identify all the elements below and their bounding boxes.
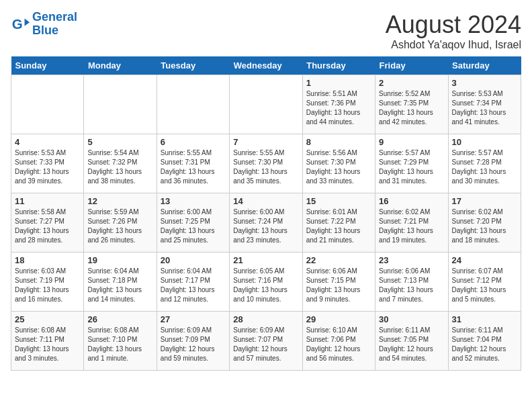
day-info: Sunrise: 5:54 AM Sunset: 7:32 PM Dayligh… bbox=[87, 148, 152, 186]
day-info: Sunrise: 6:00 AM Sunset: 7:25 PM Dayligh… bbox=[161, 208, 226, 245]
day-info: Sunrise: 5:52 AM Sunset: 7:35 PM Dayligh… bbox=[379, 89, 444, 127]
logo-line2: Blue bbox=[32, 24, 58, 37]
calendar-cell: 4Sunrise: 5:53 AM Sunset: 7:33 PM Daylig… bbox=[11, 134, 84, 193]
calendar-week-3: 11Sunrise: 5:58 AM Sunset: 7:27 PM Dayli… bbox=[11, 193, 521, 253]
logo-text: General Blue bbox=[32, 11, 77, 38]
calendar-week-2: 4Sunrise: 5:53 AM Sunset: 7:33 PM Daylig… bbox=[11, 134, 521, 193]
day-info: Sunrise: 6:08 AM Sunset: 7:11 PM Dayligh… bbox=[15, 326, 80, 363]
weekday-header-tuesday: Tuesday bbox=[157, 56, 229, 75]
calendar-cell: 16Sunrise: 6:02 AM Sunset: 7:21 PM Dayli… bbox=[375, 193, 448, 253]
calendar-cell: 26Sunrise: 6:08 AM Sunset: 7:10 PM Dayli… bbox=[84, 312, 157, 371]
calendar-cell: 18Sunrise: 6:03 AM Sunset: 7:19 PM Dayli… bbox=[11, 253, 84, 312]
day-number: 4 bbox=[15, 137, 80, 147]
calendar-cell: 23Sunrise: 6:06 AM Sunset: 7:13 PM Dayli… bbox=[375, 253, 448, 312]
weekday-header-thursday: Thursday bbox=[302, 56, 375, 75]
calendar-cell: 11Sunrise: 5:58 AM Sunset: 7:27 PM Dayli… bbox=[11, 193, 84, 253]
day-info: Sunrise: 6:11 AM Sunset: 7:05 PM Dayligh… bbox=[379, 326, 444, 363]
calendar-cell: 2Sunrise: 5:52 AM Sunset: 7:35 PM Daylig… bbox=[375, 75, 448, 134]
svg-text:G: G bbox=[12, 15, 23, 31]
day-number: 27 bbox=[161, 314, 226, 324]
calendar-cell: 31Sunrise: 6:11 AM Sunset: 7:04 PM Dayli… bbox=[448, 312, 521, 371]
day-info: Sunrise: 5:58 AM Sunset: 7:27 PM Dayligh… bbox=[15, 208, 80, 245]
weekday-header-wednesday: Wednesday bbox=[230, 56, 302, 75]
calendar-cell: 28Sunrise: 6:09 AM Sunset: 7:07 PM Dayli… bbox=[230, 312, 302, 371]
weekday-header-sunday: Sunday bbox=[11, 56, 84, 75]
day-info: Sunrise: 5:55 AM Sunset: 7:31 PM Dayligh… bbox=[161, 148, 226, 186]
weekday-row: SundayMondayTuesdayWednesdayThursdayFrid… bbox=[11, 56, 521, 75]
day-number: 10 bbox=[452, 137, 517, 147]
calendar-cell: 3Sunrise: 5:53 AM Sunset: 7:34 PM Daylig… bbox=[448, 75, 521, 134]
calendar-cell: 15Sunrise: 6:01 AM Sunset: 7:22 PM Dayli… bbox=[302, 193, 375, 253]
day-number: 25 bbox=[15, 314, 80, 324]
day-number: 28 bbox=[233, 314, 298, 324]
day-info: Sunrise: 5:57 AM Sunset: 7:29 PM Dayligh… bbox=[379, 148, 444, 186]
day-info: Sunrise: 6:02 AM Sunset: 7:21 PM Dayligh… bbox=[379, 208, 444, 245]
day-info: Sunrise: 6:09 AM Sunset: 7:07 PM Dayligh… bbox=[233, 326, 298, 363]
day-info: Sunrise: 5:59 AM Sunset: 7:26 PM Dayligh… bbox=[87, 208, 152, 245]
calendar-cell bbox=[230, 75, 302, 134]
calendar-cell: 25Sunrise: 6:08 AM Sunset: 7:11 PM Dayli… bbox=[11, 312, 84, 371]
calendar-cell: 20Sunrise: 6:04 AM Sunset: 7:17 PM Dayli… bbox=[157, 253, 229, 312]
logo-line1: General bbox=[32, 10, 77, 24]
day-number: 15 bbox=[306, 196, 371, 206]
day-number: 9 bbox=[379, 137, 444, 147]
calendar-cell: 14Sunrise: 6:00 AM Sunset: 7:24 PM Dayli… bbox=[230, 193, 302, 253]
calendar-cell: 10Sunrise: 5:57 AM Sunset: 7:28 PM Dayli… bbox=[448, 134, 521, 193]
weekday-header-monday: Monday bbox=[84, 56, 157, 75]
calendar-cell: 24Sunrise: 6:07 AM Sunset: 7:12 PM Dayli… bbox=[448, 253, 521, 312]
day-number: 14 bbox=[233, 196, 298, 206]
day-number: 22 bbox=[306, 255, 371, 265]
day-info: Sunrise: 6:03 AM Sunset: 7:19 PM Dayligh… bbox=[15, 267, 80, 304]
calendar-cell: 21Sunrise: 6:05 AM Sunset: 7:16 PM Dayli… bbox=[230, 253, 302, 312]
calendar-body: 1Sunrise: 5:51 AM Sunset: 7:36 PM Daylig… bbox=[11, 75, 521, 371]
day-number: 23 bbox=[379, 255, 444, 265]
day-number: 12 bbox=[87, 196, 152, 206]
calendar-cell bbox=[157, 75, 229, 134]
day-number: 17 bbox=[452, 196, 517, 206]
day-number: 13 bbox=[161, 196, 226, 206]
day-info: Sunrise: 6:05 AM Sunset: 7:16 PM Dayligh… bbox=[233, 267, 298, 304]
day-info: Sunrise: 5:57 AM Sunset: 7:28 PM Dayligh… bbox=[452, 148, 517, 186]
day-number: 29 bbox=[306, 314, 371, 324]
title-block: August 2024 Ashdot Ya'aqov Ihud, Israel bbox=[386, 11, 521, 51]
day-number: 1 bbox=[306, 78, 371, 88]
calendar-cell: 1Sunrise: 5:51 AM Sunset: 7:36 PM Daylig… bbox=[302, 75, 375, 134]
calendar-cell: 19Sunrise: 6:04 AM Sunset: 7:18 PM Dayli… bbox=[84, 253, 157, 312]
page-header: G General Blue August 2024 Ashdot Ya'aqo… bbox=[11, 11, 521, 51]
calendar-cell bbox=[11, 75, 84, 134]
calendar-cell: 9Sunrise: 5:57 AM Sunset: 7:29 PM Daylig… bbox=[375, 134, 448, 193]
logo-icon: G bbox=[11, 15, 30, 34]
day-info: Sunrise: 5:51 AM Sunset: 7:36 PM Dayligh… bbox=[306, 89, 371, 127]
day-number: 16 bbox=[379, 196, 444, 206]
calendar-table: SundayMondayTuesdayWednesdayThursdayFrid… bbox=[11, 56, 521, 371]
day-number: 5 bbox=[87, 137, 152, 147]
day-number: 19 bbox=[87, 255, 152, 265]
day-number: 11 bbox=[15, 196, 80, 206]
day-number: 21 bbox=[233, 255, 298, 265]
calendar-cell: 7Sunrise: 5:55 AM Sunset: 7:30 PM Daylig… bbox=[230, 134, 302, 193]
day-info: Sunrise: 6:02 AM Sunset: 7:20 PM Dayligh… bbox=[452, 208, 517, 245]
calendar-cell: 30Sunrise: 6:11 AM Sunset: 7:05 PM Dayli… bbox=[375, 312, 448, 371]
calendar-cell: 12Sunrise: 5:59 AM Sunset: 7:26 PM Dayli… bbox=[84, 193, 157, 253]
calendar-cell bbox=[84, 75, 157, 134]
day-number: 26 bbox=[87, 314, 152, 324]
calendar-cell: 6Sunrise: 5:55 AM Sunset: 7:31 PM Daylig… bbox=[157, 134, 229, 193]
logo: G General Blue bbox=[11, 11, 77, 38]
day-number: 31 bbox=[452, 314, 517, 324]
day-info: Sunrise: 5:53 AM Sunset: 7:34 PM Dayligh… bbox=[452, 89, 517, 127]
day-info: Sunrise: 5:55 AM Sunset: 7:30 PM Dayligh… bbox=[233, 148, 298, 186]
calendar-header: SundayMondayTuesdayWednesdayThursdayFrid… bbox=[11, 56, 521, 75]
day-info: Sunrise: 6:10 AM Sunset: 7:06 PM Dayligh… bbox=[306, 326, 371, 363]
day-number: 8 bbox=[306, 137, 371, 147]
day-number: 24 bbox=[452, 255, 517, 265]
calendar-cell: 17Sunrise: 6:02 AM Sunset: 7:20 PM Dayli… bbox=[448, 193, 521, 253]
day-number: 7 bbox=[233, 137, 298, 147]
day-info: Sunrise: 6:04 AM Sunset: 7:18 PM Dayligh… bbox=[87, 267, 152, 304]
calendar-week-1: 1Sunrise: 5:51 AM Sunset: 7:36 PM Daylig… bbox=[11, 75, 521, 134]
weekday-header-friday: Friday bbox=[375, 56, 448, 75]
day-number: 2 bbox=[379, 78, 444, 88]
day-number: 30 bbox=[379, 314, 444, 324]
day-info: Sunrise: 6:07 AM Sunset: 7:12 PM Dayligh… bbox=[452, 267, 517, 304]
calendar-cell: 29Sunrise: 6:10 AM Sunset: 7:06 PM Dayli… bbox=[302, 312, 375, 371]
calendar-cell: 27Sunrise: 6:09 AM Sunset: 7:09 PM Dayli… bbox=[157, 312, 229, 371]
